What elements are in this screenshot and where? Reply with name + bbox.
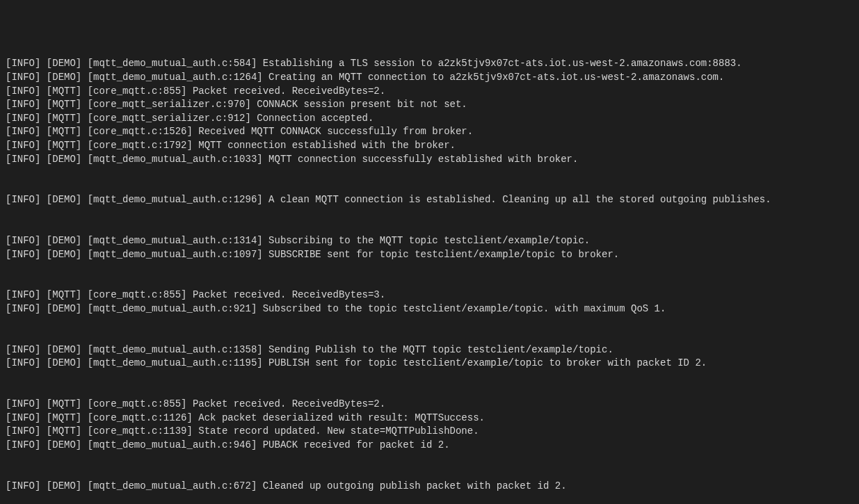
log-message: Cleaned up outgoing publish packet with …	[263, 480, 567, 491]
log-level: [INFO]	[6, 140, 40, 151]
log-line: [INFO] [MQTT] [core_mqtt.c:1792] MQTT co…	[6, 139, 853, 153]
log-level: [INFO]	[6, 357, 40, 368]
log-line: [INFO] [DEMO] [mqtt_demo_mutual_auth.c:1…	[6, 71, 853, 85]
log-message: Received MQTT CONNACK successfully from …	[198, 126, 473, 137]
log-level: [INFO]	[6, 249, 40, 260]
log-line: [INFO] [MQTT] [core_mqtt.c:855] Packet r…	[6, 398, 853, 412]
blank-line	[6, 180, 853, 194]
log-level: [INFO]	[6, 398, 40, 409]
log-message: PUBLISH sent for topic testclient/exampl…	[268, 357, 707, 368]
log-message: Packet received. ReceivedBytes=2.	[193, 398, 385, 409]
log-level: [INFO]	[6, 113, 40, 124]
log-level: [INFO]	[6, 99, 40, 110]
blank-line	[6, 316, 853, 330]
log-tag: [MQTT]	[47, 289, 81, 300]
log-message: Establishing a TLS session to a2zk5tjv9x…	[263, 58, 742, 69]
log-message: Subscribing to the MQTT topic testclient…	[268, 235, 590, 246]
log-location: [mqtt_demo_mutual_auth.c:921]	[88, 303, 257, 314]
log-tag: [MQTT]	[47, 113, 81, 124]
log-message: State record updated. New state=MQTTPubl…	[198, 425, 479, 437]
log-level: [INFO]	[6, 72, 40, 83]
log-location: [mqtt_demo_mutual_auth.c:1314]	[88, 235, 263, 246]
log-line: [INFO] [DEMO] [mqtt_demo_mutual_auth.c:1…	[6, 248, 853, 262]
log-location: [core_mqtt.c:1792]	[88, 140, 193, 151]
blank-line	[6, 221, 853, 235]
log-message: Creating an MQTT connection to a2zk5tjv9…	[268, 72, 724, 83]
log-line: [INFO] [DEMO] [mqtt_demo_mutual_auth.c:9…	[6, 302, 853, 316]
log-line: [INFO] [MQTT] [core_mqtt.c:1126] Ack pac…	[6, 412, 853, 425]
log-message: MQTT connection established with the bro…	[198, 140, 456, 151]
log-level: [INFO]	[6, 344, 40, 355]
log-level: [INFO]	[6, 58, 40, 69]
log-message: Ack packet deserialized with result: MQT…	[198, 412, 485, 423]
log-tag: [DEMO]	[47, 344, 81, 355]
log-message: Sending Publish to the MQTT topic testcl…	[268, 344, 613, 355]
log-tag: [DEMO]	[47, 480, 81, 491]
log-location: [mqtt_demo_mutual_auth.c:1195]	[88, 357, 263, 368]
log-message: Packet received. ReceivedBytes=3.	[193, 289, 385, 300]
log-message: SUBSCRIBE sent for topic testclient/exam…	[268, 249, 619, 260]
log-location: [core_mqtt.c:855]	[88, 289, 187, 300]
log-tag: [MQTT]	[47, 412, 81, 423]
log-tag: [DEMO]	[47, 72, 81, 83]
log-location: [core_mqtt.c:1126]	[88, 412, 193, 423]
log-line: [INFO] [MQTT] [core_mqtt_serializer.c:97…	[6, 98, 853, 112]
log-level: [INFO]	[6, 289, 40, 300]
log-tag: [MQTT]	[47, 398, 81, 409]
blank-line	[6, 275, 853, 289]
log-line: [INFO] [DEMO] [mqtt_demo_mutual_auth.c:1…	[6, 357, 853, 371]
log-line: [INFO] [MQTT] [core_mqtt.c:1139] State r…	[6, 425, 853, 439]
log-tag: [DEMO]	[47, 439, 81, 450]
log-line: [INFO] [MQTT] [core_mqtt.c:855] Packet r…	[6, 85, 853, 99]
log-location: [core_mqtt.c:1526]	[88, 126, 193, 137]
log-location: [mqtt_demo_mutual_auth.c:672]	[88, 480, 257, 491]
log-message: Packet received. ReceivedBytes=2.	[193, 86, 385, 97]
log-location: [core_mqtt.c:1139]	[88, 425, 193, 437]
log-tag: [DEMO]	[47, 235, 81, 246]
log-line: [INFO] [MQTT] [core_mqtt.c:1526] Receive…	[6, 125, 853, 139]
log-line: [INFO] [DEMO] [mqtt_demo_mutual_auth.c:6…	[6, 480, 853, 494]
log-message: CONNACK session present bit not set.	[257, 99, 467, 110]
blank-line	[6, 371, 853, 384]
log-output-container: [INFO] [DEMO] [mqtt_demo_mutual_auth.c:5…	[6, 57, 853, 504]
blank-line	[6, 330, 853, 343]
log-level: [INFO]	[6, 126, 40, 137]
log-level: [INFO]	[6, 412, 40, 423]
log-location: [mqtt_demo_mutual_auth.c:1358]	[88, 344, 263, 355]
blank-line	[6, 207, 853, 221]
log-message: PUBACK received for packet id 2.	[263, 439, 450, 450]
log-location: [core_mqtt.c:855]	[88, 86, 187, 97]
log-message: Subscribed to the topic testclient/examp…	[263, 303, 666, 314]
blank-line	[6, 466, 853, 480]
log-level: [INFO]	[6, 86, 40, 97]
log-location: [mqtt_demo_mutual_auth.c:1033]	[88, 154, 263, 165]
log-line: [INFO] [DEMO] [mqtt_demo_mutual_auth.c:9…	[6, 439, 853, 453]
log-line: [INFO] [DEMO] [mqtt_demo_mutual_auth.c:1…	[6, 153, 853, 167]
log-location: [mqtt_demo_mutual_auth.c:946]	[88, 439, 257, 450]
log-level: [INFO]	[6, 303, 40, 314]
log-tag: [DEMO]	[47, 357, 81, 368]
log-location: [core_mqtt_serializer.c:970]	[88, 99, 251, 110]
log-tag: [MQTT]	[47, 126, 81, 137]
blank-line	[6, 493, 853, 504]
log-line: [INFO] [MQTT] [core_mqtt_serializer.c:91…	[6, 112, 853, 126]
log-location: [mqtt_demo_mutual_auth.c:1097]	[88, 249, 263, 260]
log-tag: [DEMO]	[47, 154, 81, 165]
log-line: [INFO] [DEMO] [mqtt_demo_mutual_auth.c:5…	[6, 57, 853, 71]
log-level: [INFO]	[6, 154, 40, 165]
log-location: [mqtt_demo_mutual_auth.c:584]	[88, 58, 257, 69]
log-location: [mqtt_demo_mutual_auth.c:1264]	[88, 72, 263, 83]
blank-line	[6, 261, 853, 275]
blank-line	[6, 384, 853, 398]
log-tag: [MQTT]	[47, 99, 81, 110]
log-line: [INFO] [DEMO] [mqtt_demo_mutual_auth.c:1…	[6, 234, 853, 248]
log-message: MQTT connection successfully established…	[268, 154, 578, 165]
log-tag: [DEMO]	[47, 194, 81, 205]
log-level: [INFO]	[6, 480, 40, 491]
log-tag: [MQTT]	[47, 140, 81, 151]
log-tag: [MQTT]	[47, 425, 81, 437]
log-level: [INFO]	[6, 439, 40, 450]
log-tag: [DEMO]	[47, 249, 81, 260]
log-message: Connection accepted.	[257, 113, 374, 124]
blank-line	[6, 453, 853, 466]
